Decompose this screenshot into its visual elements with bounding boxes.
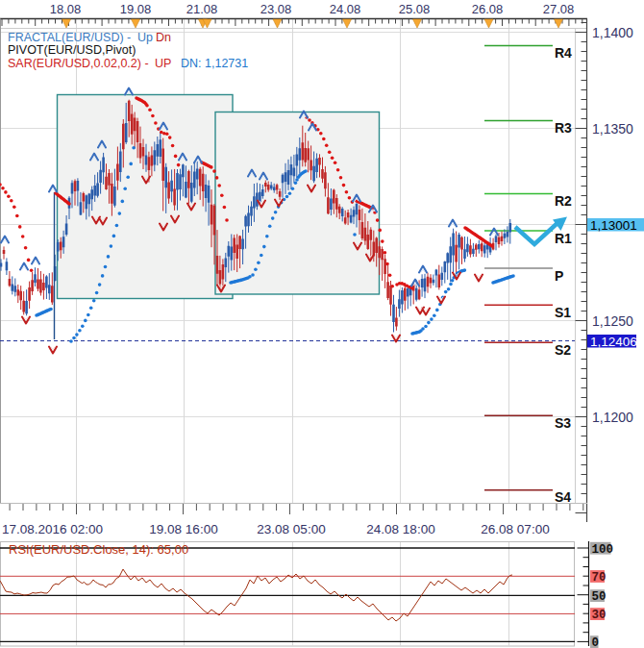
svg-text:26.08: 26.08 <box>472 2 504 16</box>
svg-text:R2: R2 <box>555 193 572 209</box>
svg-text:Dn: Dn <box>156 31 171 44</box>
svg-text:70: 70 <box>592 571 607 585</box>
svg-text:18.08: 18.08 <box>50 2 82 16</box>
svg-text:19.08 16:00: 19.08 16:00 <box>149 522 217 536</box>
svg-text:R3: R3 <box>555 120 572 136</box>
svg-text:21.08: 21.08 <box>186 2 218 16</box>
svg-text:50: 50 <box>592 590 607 604</box>
svg-text:S4: S4 <box>555 489 571 505</box>
svg-text:24.08 18:00: 24.08 18:00 <box>366 522 434 536</box>
svg-text:S3: S3 <box>555 415 571 431</box>
svg-text:26.08 07:00: 26.08 07:00 <box>481 522 549 536</box>
svg-text:P: P <box>555 268 563 284</box>
svg-text:R1: R1 <box>555 231 572 246</box>
svg-text:R4: R4 <box>555 45 572 61</box>
svg-text:1,13001: 1,13001 <box>590 218 637 233</box>
svg-text:27.08: 27.08 <box>543 2 575 16</box>
svg-text:SAR(EUR/USD,0.02,0.2) -: SAR(EUR/USD,0.02,0.2) - <box>8 57 149 70</box>
svg-text:1,12406: 1,12406 <box>590 335 637 349</box>
svg-text:1,1200: 1,1200 <box>592 410 633 425</box>
svg-text:0: 0 <box>592 636 600 648</box>
svg-text:RSI(EUR/USD.Close, 14): 65,00: RSI(EUR/USD.Close, 14): 65,00 <box>9 542 188 557</box>
svg-text:17.08.2016 02:00: 17.08.2016 02:00 <box>2 522 103 536</box>
svg-text:DN: 1,12731: DN: 1,12731 <box>181 57 248 70</box>
svg-text:UP: UP <box>155 57 171 70</box>
svg-text:FRACTAL(EUR/USD) -: FRACTAL(EUR/USD) - <box>8 31 131 44</box>
svg-text:19.08: 19.08 <box>120 2 152 16</box>
svg-text:1,1400: 1,1400 <box>592 25 633 40</box>
svg-text:1,1350: 1,1350 <box>592 121 633 137</box>
svg-text:PIVOT(EUR/USD,Pivot): PIVOT(EUR/USD,Pivot) <box>8 43 136 57</box>
svg-text:23.08: 23.08 <box>260 2 292 16</box>
svg-text:25.08: 25.08 <box>399 2 431 16</box>
svg-text:S2: S2 <box>555 342 571 358</box>
svg-text:Up: Up <box>137 31 153 44</box>
svg-text:23.08 05:00: 23.08 05:00 <box>257 522 325 536</box>
svg-text:1,1250: 1,1250 <box>592 313 633 329</box>
svg-text:100: 100 <box>592 543 614 557</box>
svg-text:24.08: 24.08 <box>330 2 361 16</box>
svg-text:S1: S1 <box>555 305 571 320</box>
svg-text:30: 30 <box>592 609 607 622</box>
